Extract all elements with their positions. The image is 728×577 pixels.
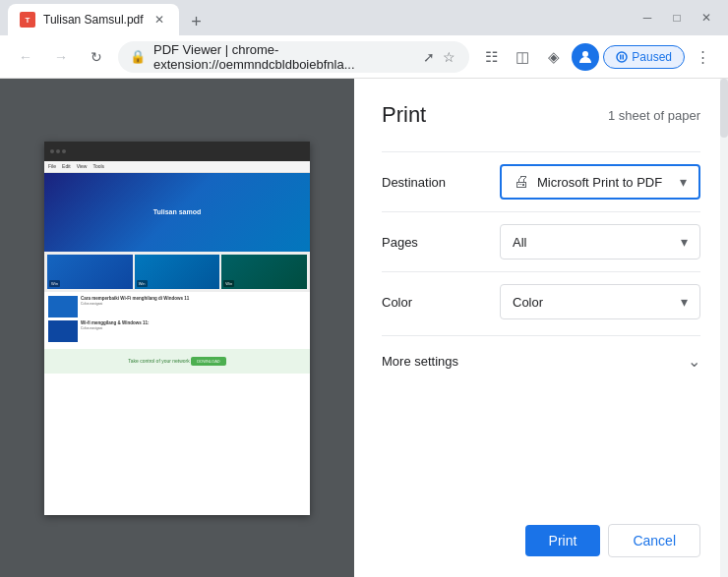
preview-article-text-1: Cara memperbaiki Wi-Fi menghilang di Win…: [81, 296, 306, 307]
preview-footer: Take control of your network DOWNLOAD: [44, 349, 310, 374]
preview-hero-text: Tulisan samod: [153, 207, 202, 217]
share-icon[interactable]: ➚: [421, 47, 437, 67]
more-settings-chevron-icon: ⌄: [688, 352, 700, 371]
preview-article-sub-1: Coba navigasi: [81, 302, 306, 306]
address-text: PDF Viewer | chrome-extension://oemmndcb…: [153, 42, 413, 72]
title-bar: T Tulisan Samsul.pdf ✕ + ─ □ ✕: [0, 0, 728, 35]
destination-chevron-icon: ▾: [680, 174, 687, 190]
print-preview-panel: File Edit View Tools Tulisan samod Win W…: [0, 79, 354, 577]
back-button[interactable]: ←: [12, 43, 39, 71]
preview-grid-item-3: Win: [221, 255, 307, 289]
new-tab-button[interactable]: +: [183, 8, 211, 35]
window-controls: ─ □ ✕: [634, 4, 720, 31]
svg-rect-3: [623, 54, 625, 59]
svg-point-0: [582, 51, 588, 57]
preview-grid-item-1: Win: [47, 255, 133, 289]
print-footer-actions: Print Cancel: [525, 524, 700, 557]
pages-value: All: [513, 235, 681, 250]
preview-hero: Tulisan samod: [44, 173, 310, 252]
destination-select[interactable]: 🖨 Microsoft Print to PDF ▾: [500, 164, 700, 200]
more-settings-row[interactable]: More settings ⌄: [382, 335, 700, 386]
print-title: Print: [382, 102, 426, 128]
printer-icon: 🖨: [514, 173, 529, 191]
color-select[interactable]: Color ▾: [500, 284, 700, 319]
tab-title: Tulisan Samsul.pdf: [43, 13, 144, 27]
preview-dot-3: [62, 149, 66, 153]
paused-label: Paused: [632, 50, 672, 64]
extensions-menu-icon[interactable]: ◈: [540, 43, 568, 71]
preview-grid-label-2: Win: [137, 280, 148, 287]
preview-articles: Cara memperbaiki Wi-Fi menghilang di Win…: [44, 292, 310, 349]
minimize-button[interactable]: ─: [634, 4, 661, 31]
more-settings-label: More settings: [382, 354, 688, 369]
color-label: Color: [382, 295, 500, 310]
menu-button[interactable]: ⋮: [689, 43, 716, 71]
preview-article-img-1: [48, 296, 78, 317]
active-tab[interactable]: T Tulisan Samsul.pdf ✕: [8, 4, 179, 35]
browser-toolbar: ← → ↻ 🔒 PDF Viewer | chrome-extension://…: [0, 35, 728, 79]
maximize-button[interactable]: □: [663, 4, 691, 31]
preview-article-2: Wi-fi menggilang & Windows 11: Coba navi…: [48, 320, 306, 342]
reload-button[interactable]: ↻: [83, 43, 110, 71]
bookmark-icon[interactable]: ☆: [441, 47, 457, 67]
print-settings-panel: Print 1 sheet of paper Destination 🖨 Mic…: [354, 79, 728, 577]
print-button[interactable]: Print: [525, 525, 601, 556]
preview-dot-2: [56, 149, 60, 153]
color-value: Color: [513, 295, 681, 310]
color-control: Color ▾: [500, 284, 700, 319]
page-preview: File Edit View Tools Tulisan samod Win W…: [44, 142, 310, 515]
destination-row: Destination 🖨 Microsoft Print to PDF ▾: [382, 151, 700, 211]
paused-button[interactable]: Paused: [603, 45, 685, 69]
tab-favicon: T: [20, 12, 35, 28]
preview-article-img-2: [48, 320, 78, 342]
security-lock-icon: 🔒: [130, 49, 146, 64]
address-actions: ➚ ☆: [421, 47, 457, 67]
preview-article-title-1: Cara memperbaiki Wi-Fi menghilang di Win…: [81, 296, 306, 302]
svg-point-1: [617, 52, 627, 62]
pages-label: Pages: [382, 235, 500, 250]
preview-article-text-2: Wi-fi menggilang & Windows 11: Coba navi…: [81, 320, 306, 331]
destination-value: Microsoft Print to PDF: [537, 175, 672, 190]
pages-row: Pages All ▾: [382, 211, 700, 271]
preview-article-sub-2: Coba navigasi: [81, 326, 306, 330]
tab-strip: T Tulisan Samsul.pdf ✕ +: [8, 0, 211, 35]
preview-page-header: [44, 142, 310, 161]
close-button[interactable]: ✕: [693, 4, 720, 31]
extensions-icon[interactable]: ☷: [477, 43, 505, 71]
svg-rect-2: [620, 54, 622, 59]
tab-close-button[interactable]: ✕: [152, 12, 167, 28]
print-header: Print 1 sheet of paper: [382, 102, 700, 128]
cancel-button[interactable]: Cancel: [608, 524, 700, 557]
sheets-info: 1 sheet of paper: [608, 108, 700, 123]
color-row: Color Color ▾: [382, 271, 700, 331]
scroll-indicator: [720, 79, 728, 577]
preview-grid-label-1: Win: [49, 280, 60, 287]
preview-grid: Win Win Win: [44, 252, 310, 292]
color-chevron-icon: ▾: [681, 294, 688, 310]
preview-content: File Edit View Tools Tulisan samod Win W…: [44, 142, 310, 515]
main-content: File Edit View Tools Tulisan samod Win W…: [0, 79, 728, 577]
toolbar-icons: ☷ ◫ ◈ Paused ⋮: [477, 43, 716, 71]
preview-download-btn: DOWNLOAD: [191, 357, 226, 366]
preview-article-1: Cara memperbaiki Wi-Fi menghilang di Win…: [48, 296, 306, 317]
profile-button[interactable]: [572, 43, 599, 71]
cast-icon[interactable]: ◫: [509, 43, 536, 71]
preview-footer-text: Take control of your network: [128, 358, 190, 364]
pages-control: All ▾: [500, 224, 700, 260]
preview-article-title-2: Wi-fi menggilang & Windows 11:: [81, 320, 306, 326]
preview-nav-dots: [50, 149, 66, 153]
pages-select[interactable]: All ▾: [500, 224, 700, 260]
preview-grid-item-2: Win: [135, 255, 220, 289]
destination-control: 🖨 Microsoft Print to PDF ▾: [500, 164, 700, 200]
forward-button[interactable]: →: [47, 43, 75, 71]
scroll-thumb[interactable]: [720, 79, 728, 138]
address-bar[interactable]: 🔒 PDF Viewer | chrome-extension://oemmnd…: [118, 41, 469, 73]
pages-chevron-icon: ▾: [681, 234, 688, 250]
preview-grid-label-3: Win: [223, 280, 234, 287]
preview-menu-bar: File Edit View Tools: [44, 161, 310, 173]
destination-label: Destination: [382, 175, 500, 190]
preview-dot-1: [50, 149, 54, 153]
